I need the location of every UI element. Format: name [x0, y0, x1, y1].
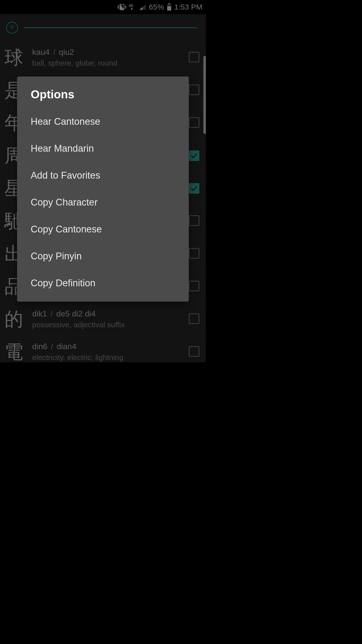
dialog-option[interactable]: Copy Cantonese [17, 216, 189, 243]
dialog-option[interactable]: Copy Pinyin [17, 243, 189, 270]
dialog-option[interactable]: Copy Character [17, 189, 189, 216]
dialog-option[interactable]: Hear Cantonese [17, 108, 189, 135]
options-dialog: Options Hear CantoneseHear MandarinAdd t… [17, 76, 189, 302]
dialog-option[interactable]: Add to Favorites [17, 162, 189, 189]
dialog-option[interactable]: Copy Definition [17, 270, 189, 297]
screen: 4G 65% 1:53 PM Y [0, 0, 206, 362]
dialog-title: Options [17, 76, 189, 108]
dialog-option[interactable]: Hear Mandarin [17, 135, 189, 162]
